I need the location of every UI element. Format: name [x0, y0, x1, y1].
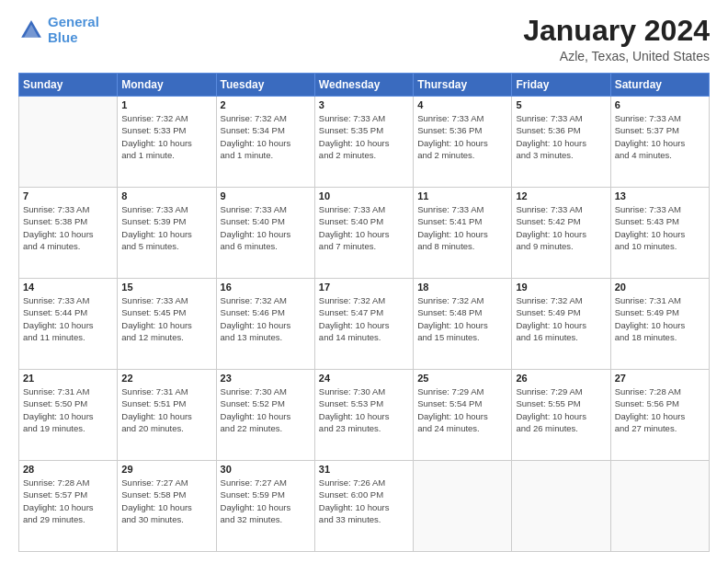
- day-number: 19: [516, 282, 606, 293]
- day-info: Sunrise: 7:32 AM Sunset: 5:47 PM Dayligh…: [319, 294, 409, 343]
- day-info: Sunrise: 7:33 AM Sunset: 5:37 PM Dayligh…: [615, 112, 705, 161]
- day-info: Sunrise: 7:28 AM Sunset: 5:57 PM Dayligh…: [23, 477, 113, 525]
- calendar-table: Sunday Monday Tuesday Wednesday Thursday…: [18, 73, 710, 552]
- day-number: 21: [23, 373, 113, 384]
- day-info: Sunrise: 7:32 AM Sunset: 5:34 PM Dayligh…: [221, 112, 311, 161]
- page: General Blue January 2024 Azle, Texas, U…: [0, 0, 728, 563]
- cell-w4-d3: 23Sunrise: 7:30 AM Sunset: 5:52 PM Dayli…: [216, 370, 314, 461]
- day-number: 9: [221, 190, 311, 201]
- day-number: 8: [121, 190, 211, 201]
- day-info: Sunrise: 7:27 AM Sunset: 5:58 PM Dayligh…: [121, 477, 211, 525]
- day-number: 31: [319, 464, 409, 475]
- day-info: Sunrise: 7:33 AM Sunset: 5:41 PM Dayligh…: [417, 203, 507, 252]
- day-info: Sunrise: 7:33 AM Sunset: 5:42 PM Dayligh…: [516, 203, 606, 252]
- cell-w2-d7: 13Sunrise: 7:33 AM Sunset: 5:43 PM Dayli…: [610, 188, 709, 279]
- logo-line1: General: [48, 14, 99, 29]
- cell-w5-d7: [610, 461, 709, 552]
- cell-w5-d6: [512, 461, 610, 552]
- day-number: 26: [516, 373, 606, 384]
- day-number: 15: [121, 282, 211, 293]
- cell-w2-d6: 12Sunrise: 7:33 AM Sunset: 5:42 PM Dayli…: [512, 188, 610, 279]
- day-info: Sunrise: 7:27 AM Sunset: 5:59 PM Dayligh…: [221, 477, 311, 525]
- day-number: 27: [615, 373, 705, 384]
- cell-w4-d2: 22Sunrise: 7:31 AM Sunset: 5:51 PM Dayli…: [118, 370, 216, 461]
- day-info: Sunrise: 7:33 AM Sunset: 5:39 PM Dayligh…: [121, 203, 211, 252]
- sub-title: Azle, Texas, United States: [523, 49, 710, 63]
- cell-w1-d1: [19, 97, 118, 188]
- day-number: 30: [221, 464, 311, 475]
- day-number: 29: [121, 464, 211, 475]
- cell-w3-d1: 14Sunrise: 7:33 AM Sunset: 5:44 PM Dayli…: [19, 279, 118, 370]
- main-title: January 2024: [523, 15, 710, 47]
- cell-w5-d5: [414, 461, 512, 552]
- day-info: Sunrise: 7:33 AM Sunset: 5:38 PM Dayligh…: [23, 203, 113, 252]
- day-number: 16: [221, 282, 311, 293]
- cell-w4-d1: 21Sunrise: 7:31 AM Sunset: 5:50 PM Dayli…: [19, 370, 118, 461]
- header: General Blue January 2024 Azle, Texas, U…: [18, 15, 710, 63]
- day-info: Sunrise: 7:28 AM Sunset: 5:56 PM Dayligh…: [615, 385, 705, 434]
- day-info: Sunrise: 7:33 AM Sunset: 5:44 PM Dayligh…: [23, 294, 113, 343]
- cell-w2-d5: 11Sunrise: 7:33 AM Sunset: 5:41 PM Dayli…: [414, 188, 512, 279]
- day-info: Sunrise: 7:33 AM Sunset: 5:36 PM Dayligh…: [417, 112, 507, 161]
- logo-icon: [18, 17, 44, 43]
- cell-w5-d3: 30Sunrise: 7:27 AM Sunset: 5:59 PM Dayli…: [216, 461, 314, 552]
- day-number: 10: [319, 190, 409, 201]
- day-info: Sunrise: 7:31 AM Sunset: 5:49 PM Dayligh…: [615, 294, 705, 343]
- header-sunday: Sunday: [19, 74, 118, 97]
- cell-w3-d7: 20Sunrise: 7:31 AM Sunset: 5:49 PM Dayli…: [610, 279, 709, 370]
- cell-w1-d4: 3Sunrise: 7:33 AM Sunset: 5:35 PM Daylig…: [314, 97, 413, 188]
- day-number: 25: [417, 373, 507, 384]
- week-row-3: 14Sunrise: 7:33 AM Sunset: 5:44 PM Dayli…: [19, 279, 710, 370]
- day-number: 24: [319, 373, 409, 384]
- day-info: Sunrise: 7:32 AM Sunset: 5:46 PM Dayligh…: [221, 294, 311, 343]
- week-row-1: 1Sunrise: 7:32 AM Sunset: 5:33 PM Daylig…: [19, 97, 710, 188]
- cell-w4-d5: 25Sunrise: 7:29 AM Sunset: 5:54 PM Dayli…: [414, 370, 512, 461]
- cell-w3-d2: 15Sunrise: 7:33 AM Sunset: 5:45 PM Dayli…: [118, 279, 216, 370]
- day-number: 6: [615, 99, 705, 110]
- cell-w4-d4: 24Sunrise: 7:30 AM Sunset: 5:53 PM Dayli…: [314, 370, 413, 461]
- day-info: Sunrise: 7:33 AM Sunset: 5:40 PM Dayligh…: [319, 203, 409, 252]
- cell-w3-d6: 19Sunrise: 7:32 AM Sunset: 5:49 PM Dayli…: [512, 279, 610, 370]
- day-number: 7: [23, 190, 113, 201]
- cell-w1-d3: 2Sunrise: 7:32 AM Sunset: 5:34 PM Daylig…: [216, 97, 314, 188]
- day-number: 22: [121, 373, 211, 384]
- day-info: Sunrise: 7:33 AM Sunset: 5:45 PM Dayligh…: [121, 294, 211, 343]
- cell-w2-d2: 8Sunrise: 7:33 AM Sunset: 5:39 PM Daylig…: [118, 188, 216, 279]
- day-info: Sunrise: 7:33 AM Sunset: 5:36 PM Dayligh…: [516, 112, 606, 161]
- day-info: Sunrise: 7:33 AM Sunset: 5:40 PM Dayligh…: [221, 203, 311, 252]
- day-number: 5: [516, 99, 606, 110]
- logo-text: General Blue: [48, 15, 99, 45]
- header-wednesday: Wednesday: [314, 74, 413, 97]
- cell-w4-d6: 26Sunrise: 7:29 AM Sunset: 5:55 PM Dayli…: [512, 370, 610, 461]
- day-number: 12: [516, 190, 606, 201]
- cell-w1-d7: 6Sunrise: 7:33 AM Sunset: 5:37 PM Daylig…: [610, 97, 709, 188]
- day-info: Sunrise: 7:29 AM Sunset: 5:55 PM Dayligh…: [516, 385, 606, 434]
- cell-w5-d2: 29Sunrise: 7:27 AM Sunset: 5:58 PM Dayli…: [118, 461, 216, 552]
- day-number: 20: [615, 282, 705, 293]
- day-info: Sunrise: 7:31 AM Sunset: 5:50 PM Dayligh…: [23, 385, 113, 434]
- day-number: 2: [221, 99, 311, 110]
- day-number: 4: [417, 99, 507, 110]
- header-saturday: Saturday: [610, 74, 709, 97]
- day-info: Sunrise: 7:31 AM Sunset: 5:51 PM Dayligh…: [121, 385, 211, 434]
- cell-w1-d5: 4Sunrise: 7:33 AM Sunset: 5:36 PM Daylig…: [414, 97, 512, 188]
- day-info: Sunrise: 7:33 AM Sunset: 5:43 PM Dayligh…: [615, 203, 705, 252]
- week-row-2: 7Sunrise: 7:33 AM Sunset: 5:38 PM Daylig…: [19, 188, 710, 279]
- cell-w1-d2: 1Sunrise: 7:32 AM Sunset: 5:33 PM Daylig…: [118, 97, 216, 188]
- day-info: Sunrise: 7:30 AM Sunset: 5:52 PM Dayligh…: [221, 385, 311, 434]
- cell-w3-d5: 18Sunrise: 7:32 AM Sunset: 5:48 PM Dayli…: [414, 279, 512, 370]
- cell-w2-d3: 9Sunrise: 7:33 AM Sunset: 5:40 PM Daylig…: [216, 188, 314, 279]
- weekday-header-row: Sunday Monday Tuesday Wednesday Thursday…: [19, 74, 710, 97]
- title-block: January 2024 Azle, Texas, United States: [523, 15, 710, 63]
- logo: General Blue: [18, 15, 99, 45]
- day-info: Sunrise: 7:26 AM Sunset: 6:00 PM Dayligh…: [319, 477, 409, 525]
- week-row-5: 28Sunrise: 7:28 AM Sunset: 5:57 PM Dayli…: [19, 461, 710, 552]
- cell-w2-d4: 10Sunrise: 7:33 AM Sunset: 5:40 PM Dayli…: [314, 188, 413, 279]
- cell-w5-d4: 31Sunrise: 7:26 AM Sunset: 6:00 PM Dayli…: [314, 461, 413, 552]
- header-thursday: Thursday: [414, 74, 512, 97]
- header-friday: Friday: [512, 74, 610, 97]
- day-number: 18: [417, 282, 507, 293]
- day-info: Sunrise: 7:33 AM Sunset: 5:35 PM Dayligh…: [319, 112, 409, 161]
- day-number: 1: [121, 99, 211, 110]
- day-number: 3: [319, 99, 409, 110]
